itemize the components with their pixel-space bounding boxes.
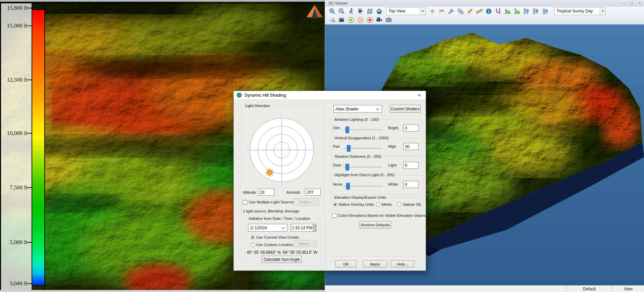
vertical-exaggeration-label: Vertical Exaggeration (1 - 1000) (333, 136, 390, 140)
exit-fly-mode-icon[interactable] (328, 16, 336, 24)
dialog-close-icon[interactable]: × (416, 92, 423, 98)
date-picker[interactable]: 2/ 1/2024 (248, 224, 287, 232)
display-options-icon[interactable] (456, 7, 465, 15)
vertical-exaggeration-input[interactable] (403, 143, 419, 150)
dialog-separator (332, 256, 422, 257)
slider-handle[interactable] (346, 127, 349, 133)
home-view-icon[interactable] (375, 7, 383, 15)
chevron-down-icon[interactable] (376, 106, 379, 110)
statute-radio[interactable] (397, 202, 402, 207)
restore-defaults-button[interactable]: Restore Defaults (360, 221, 391, 229)
vertical-exaggeration-slider[interactable] (343, 148, 382, 149)
minimize-button[interactable]: – (623, 0, 625, 6)
native-overlay-units-radio[interactable] (333, 202, 337, 207)
legend-tick (28, 8, 32, 8)
help-button[interactable]: Help... (390, 260, 414, 267)
select-location-button[interactable]: Select... (293, 240, 317, 247)
azimuth-label: Azimuth (286, 190, 301, 194)
shader-combobox[interactable]: Atlas Shader (333, 105, 382, 113)
custom-shaders-button[interactable]: Custom Shaders (390, 105, 421, 113)
combo-arrow-icon[interactable] (419, 8, 425, 15)
time-spinner[interactable]: 1:32:13 PM ▲ ▼ (291, 224, 316, 232)
snap-magnet-icon[interactable] (494, 7, 502, 15)
play-animation-icon[interactable] (347, 16, 355, 24)
map-left-edge (0, 2, 1, 290)
zoom-out-icon[interactable] (337, 7, 346, 15)
date-value: 2/ 1/2024 (248, 226, 282, 230)
use-current-view-center-radio[interactable] (250, 235, 255, 240)
maximize-button[interactable]: □ (631, 0, 633, 6)
elevation-colorbar (32, 9, 45, 286)
walk-mode-icon[interactable] (347, 7, 355, 15)
ok-button[interactable]: OK (335, 260, 357, 267)
init-datetime-label: Initialize from Date / Time / Location (247, 216, 312, 221)
highlight-direct-light-slider[interactable] (343, 186, 382, 187)
globe-icon (236, 92, 242, 98)
feature-info-icon[interactable] (484, 7, 493, 15)
dynamic-hill-shading-dialog: Dynamic Hill Shading × Light Direction A… (233, 91, 426, 271)
tent-logo-icon (306, 4, 324, 18)
combo-arrow-icon[interactable] (599, 8, 605, 15)
elevation-units-label: Elevation Display/Export Units (333, 195, 387, 199)
azimuth-input[interactable] (305, 189, 321, 196)
close-button[interactable]: × (638, 0, 641, 6)
capture-video-icon[interactable] (375, 16, 383, 24)
time-spin-down-icon[interactable]: ▼ (313, 228, 316, 232)
zoom-in-icon[interactable] (328, 7, 336, 15)
record-setup-icon[interactable] (337, 16, 346, 24)
3d-viewer-title: 3D Viewer (328, 1, 348, 6)
pause-animation-icon[interactable] (356, 16, 365, 24)
reset-axes-icon[interactable] (437, 7, 446, 15)
highlight-direct-light-input[interactable] (403, 181, 419, 188)
location-coordinates: 45° 55' 08.8863'' N, 68° 56' 05.8513'' W (245, 250, 319, 255)
settings-wrench-icon[interactable] (447, 7, 455, 15)
legend-tick (28, 133, 32, 134)
water-level-up-icon[interactable] (531, 7, 540, 15)
measure-ruler-icon[interactable] (475, 7, 484, 15)
apply-button[interactable]: Apply (363, 260, 387, 267)
perspective-cube-icon[interactable] (365, 7, 374, 15)
flood-water-rise-icon[interactable] (541, 7, 549, 15)
metric-radio[interactable] (376, 202, 380, 207)
use-multiple-light-sources-checkbox[interactable] (243, 200, 247, 204)
3d-toolbar: Top View Tropical Sunny Day (325, 7, 644, 25)
capture-screenshot-icon[interactable] (384, 16, 393, 24)
water-level-down-icon[interactable] (522, 7, 531, 15)
slider-handle[interactable] (347, 145, 351, 152)
color-elevations-checkbox[interactable] (332, 213, 336, 218)
calculate-sun-angle-button[interactable]: Calculate Sun Angle (262, 256, 302, 263)
sky-shader-combobox[interactable]: Tropical Sunny Day (554, 7, 606, 15)
highlight-direct-light-label: Highlight from Direct Light (0 - 255) (333, 173, 396, 177)
altitude-label: Altitude (243, 190, 256, 194)
legend-label: 5,000 ft (2, 239, 28, 246)
define-button[interactable]: Define... (293, 198, 319, 206)
time-spin-up-icon[interactable]: ▲ (313, 224, 316, 228)
ambient-lighting-input[interactable] (403, 125, 419, 132)
slider-handle[interactable] (346, 183, 350, 190)
altitude-input[interactable] (258, 189, 274, 196)
raise-terrain-icon[interactable] (512, 7, 521, 15)
view-direction-combobox[interactable]: Top View (386, 7, 426, 15)
legend-tick (28, 187, 32, 188)
metric-label: Metric (382, 202, 392, 206)
shadow-darkness-input[interactable] (403, 162, 419, 169)
ambient-lighting-slider[interactable] (343, 130, 382, 131)
chevron-down-icon[interactable] (281, 225, 285, 229)
record-animation-icon[interactable] (365, 16, 374, 24)
flatten-terrain-icon[interactable] (503, 7, 512, 15)
light-direction-polar-control[interactable] (249, 117, 315, 183)
3d-statusbar: Default View (325, 285, 644, 292)
light-direction-label: Light Direction (244, 104, 271, 108)
center-crosshair-icon[interactable] (428, 7, 436, 15)
slider-handle[interactable] (346, 164, 349, 171)
use-custom-location-label: Use Custom Location (256, 243, 293, 247)
legend-tick (28, 283, 32, 284)
native-overlay-units-label: Native Overlay Units (339, 202, 374, 206)
draw-pencil-icon[interactable] (465, 7, 474, 15)
shadow-darkness-label: Shadow Darkness (0 - 255) (333, 154, 383, 158)
legend-label: 15,800 ft (2, 5, 28, 11)
fly-helicopter-mode-icon[interactable] (356, 7, 365, 15)
slider-min-label: Flat (333, 144, 339, 148)
shadow-darkness-slider[interactable] (343, 167, 382, 168)
use-custom-location-radio[interactable] (250, 243, 255, 247)
